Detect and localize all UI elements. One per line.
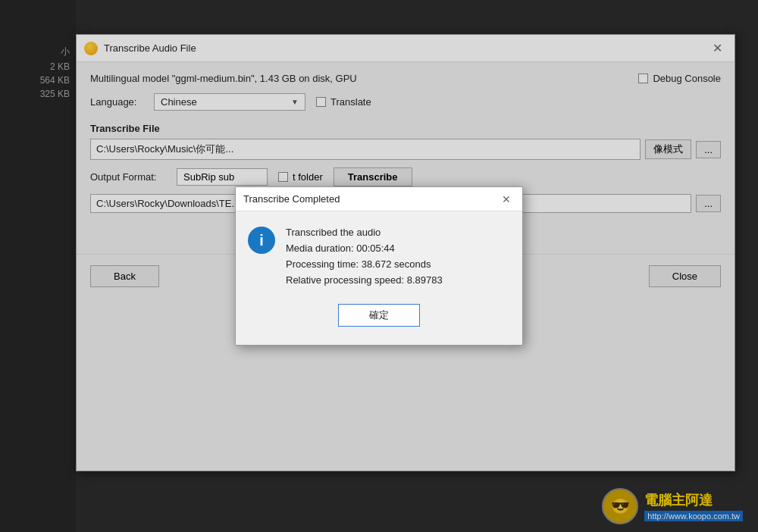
modal-message-block: Transcribed the audio Media duration: 00… (286, 225, 510, 288)
modal-line-1: Transcribed the audio (286, 225, 510, 241)
info-icon: i (248, 227, 275, 254)
modal-title: Transcribe Completed (243, 193, 340, 205)
modal-body: i Transcribed the audio Media duration: … (236, 211, 522, 344)
modal-ok-row: 確定 (248, 304, 510, 331)
modal-dialog: Transcribe Completed ✕ i Transcribed the… (235, 186, 523, 345)
modal-title-bar: Transcribe Completed ✕ (236, 187, 522, 211)
modal-close-button[interactable]: ✕ (498, 192, 515, 207)
modal-line-4: Relative processing speed: 8.89783 (286, 273, 510, 289)
modal-overlay: Transcribe Completed ✕ i Transcribed the… (0, 0, 758, 532)
modal-line-3: Processing time: 38.672 seconds (286, 257, 510, 273)
modal-content-row: i Transcribed the audio Media duration: … (248, 225, 510, 288)
modal-line-2: Media duration: 00:05:44 (286, 241, 510, 257)
modal-ok-button[interactable]: 確定 (338, 304, 420, 327)
